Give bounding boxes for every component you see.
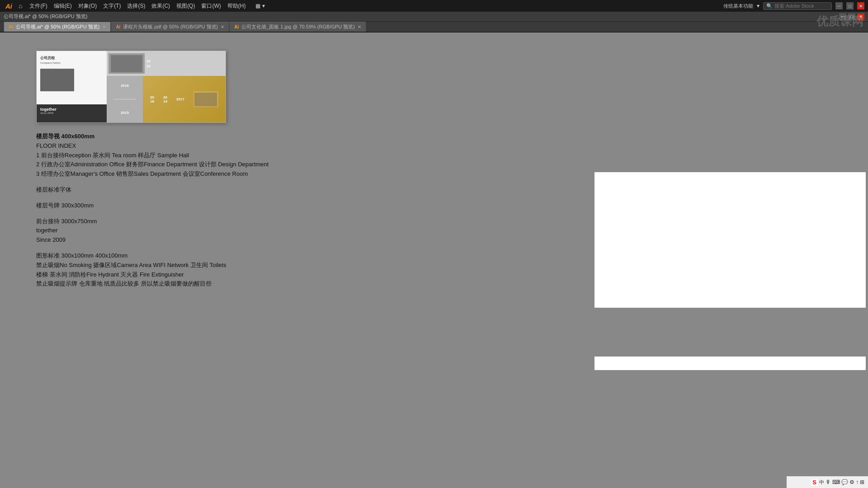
floor-2-text: 2 行政办公室Administration Office 财务部Finance …	[36, 160, 269, 169]
win-controls: ─ □ ✕	[839, 13, 864, 20]
title-bar-right: 传统基本功能 ▾ 🔍 ─ □ ✕	[723, 2, 864, 10]
art-year-2017: 2017	[176, 97, 184, 101]
tab-ai-icon-3: Ai	[234, 24, 239, 29]
doc-title-bar: 公司导视.ai* @ 50% (RGB/GPU 预览) ─ □ ✕	[0, 12, 868, 22]
home-icon[interactable]: ⌂	[19, 2, 22, 9]
artwork-inner: 公司历程 Company history together since 2008	[37, 51, 226, 122]
tab-close-1[interactable]: ✕	[102, 24, 106, 29]
search-icon: 🔍	[766, 3, 773, 9]
floor-font-text: 楼层标准字体	[36, 185, 269, 195]
graphic-note-text: 禁止吸烟提示牌 仓库重地 纸质品比较多 所以禁止吸烟要做的醒目些	[36, 279, 269, 289]
close-button[interactable]: ✕	[857, 2, 864, 9]
tab-label-1: 公司导视.ai* @ 50% (RGB/GPU 预览)	[16, 23, 99, 30]
stock-search-box: 🔍	[763, 2, 832, 10]
art-year-2018: 2018	[150, 95, 154, 103]
title-bar: Ai ⌂ 文件(F) 编辑(E) 对象(O) 文字(T) 选择(S) 效果(C)…	[0, 0, 868, 12]
art-company-name: 公司历程	[40, 56, 110, 61]
tab-culture-wall[interactable]: Ai 公司文化墙_面板 1.jpg @ 70.59% (RGB/GPU 预览) …	[229, 22, 366, 32]
taskbar-icon-more[interactable]: ⊞	[860, 479, 864, 485]
floor-index-title: 楼层导视 400x600mm	[36, 132, 269, 141]
menu-edit[interactable]: 编辑(E)	[51, 1, 75, 11]
doc-title-text: 公司导视.ai* @ 50% (RGB/GPU 预览)	[4, 13, 87, 20]
taskbar-icon-chat[interactable]: 💬	[841, 479, 848, 485]
art-year-2016: 2016	[121, 84, 129, 88]
art-year-2019: 2019	[163, 95, 167, 103]
menu-view[interactable]: 视图(Q)	[174, 1, 198, 11]
taskbar-icon-zh[interactable]: 中	[819, 479, 824, 486]
taskbar-icon-settings[interactable]: ⚙	[849, 479, 854, 485]
graphic-items2-text: 楼梯 茶水间 消防栓Fire Hydrant 灭火器 Fire Extingui…	[36, 270, 269, 280]
tab-ai-icon-2: Ai	[116, 24, 120, 29]
floor-index-section: 楼层导视 400x600mm FLOOR INDEX 1 前台接待Recepti…	[36, 132, 269, 179]
menu-file[interactable]: 文件(F)	[27, 1, 50, 11]
tab-ai-icon-1: Ai	[9, 24, 13, 29]
taskbar-icon-mic[interactable]: 🎙	[826, 479, 831, 485]
search-input[interactable]	[774, 3, 829, 9]
menu-grid[interactable]: ▦ ▾	[253, 2, 267, 10]
art-dark-bottom: together since 2008	[37, 104, 113, 122]
art-year-2020-2: 20	[146, 64, 151, 68]
art-since-text: since 2008	[40, 112, 110, 114]
floor-font-section: 楼层标准字体	[36, 185, 269, 195]
bottom-taskbar: S 中 🎙 ⌨ 💬 ⚙ ↑ ⊞	[787, 476, 868, 488]
art-year-2015: 2015	[121, 111, 129, 115]
document-canvas: 公司历程 Company history together since 2008	[36, 51, 226, 123]
tab-close-2[interactable]: ✕	[221, 24, 224, 29]
minimize-button[interactable]: ─	[835, 2, 843, 9]
menu-window[interactable]: 窗口(W)	[198, 1, 223, 11]
art-year-2020-1: 20	[146, 59, 151, 63]
maximize-button[interactable]: □	[846, 2, 854, 9]
doc-tabs: Ai 公司导视.ai* @ 50% (RGB/GPU 预览) ✕ Ai 课程片头…	[0, 22, 868, 33]
taskbar-icon-s[interactable]: S	[811, 479, 818, 486]
tab-company-guide[interactable]: Ai 公司导视.ai* @ 50% (RGB/GPU 预览) ✕	[4, 22, 111, 32]
reception-section: 前台接待 3000x750mm together Since 2009	[36, 217, 269, 245]
tab-label-2: 课程片头模板.pdf @ 50% (RGB/GPU 预览)	[123, 23, 218, 30]
menu-bar: 文件(F) 编辑(E) 对象(O) 文字(T) 选择(S) 效果(C) 视图(Q…	[27, 1, 248, 11]
graphic-items-text: 禁止吸烟No Smoking 摄像区域Camera Area WIFI Netw…	[36, 261, 269, 270]
floor-number-text: 楼层号牌 300x300mm	[36, 201, 269, 211]
doc-minimize-button[interactable]: ─	[839, 13, 846, 20]
main-area: 公司历程 Company history together since 2008	[0, 33, 868, 488]
art-gold-photo	[193, 91, 218, 107]
menu-select[interactable]: 选择(S)	[124, 1, 148, 11]
doc-close-button[interactable]: ✕	[857, 13, 864, 20]
floor-1-text: 1 前台接待Reception 茶水间 Tea room 样品厅 Sample …	[36, 151, 269, 160]
doc-restore-button[interactable]: □	[848, 13, 855, 20]
dropdown-icon[interactable]: ▾	[757, 3, 760, 9]
right-panel	[592, 33, 868, 488]
art-company-en: Company history	[40, 61, 110, 64]
reception-title-text: 前台接待 3000x750mm	[36, 217, 269, 226]
reception-since-text: Since 2009	[36, 235, 269, 245]
title-bar-left: Ai ⌂ 文件(F) 编辑(E) 对象(O) 文字(T) 选择(S) 效果(C)…	[4, 1, 268, 11]
floor-3-text: 3 经理办公室Manager's Office 销售部Sales Departm…	[36, 169, 269, 179]
menu-help[interactable]: 帮助(H)	[225, 1, 249, 11]
art-photo-1	[40, 69, 74, 91]
text-content: 楼层导视 400x600mm FLOOR INDEX 1 前台接待Recepti…	[36, 132, 269, 295]
art-together-text: together	[40, 107, 110, 112]
tab-close-3[interactable]: ✕	[358, 24, 361, 29]
taskbar-icon-upload[interactable]: ↑	[856, 479, 859, 485]
tab-course-header[interactable]: Ai 课程片头模板.pdf @ 50% (RGB/GPU 预览) ✕	[111, 22, 229, 32]
artwork-preview: 公司历程 Company history together since 2008	[36, 51, 226, 123]
taskbar-icon-keyboard[interactable]: ⌨	[832, 479, 840, 485]
floor-number-section: 楼层号牌 300x300mm	[36, 201, 269, 211]
tab-label-3: 公司文化墙_面板 1.jpg @ 70.59% (RGB/GPU 预览)	[241, 23, 355, 30]
graphic-section: 图形标准 300x100mm 400x100mm 禁止吸烟No Smoking …	[36, 251, 269, 289]
ai-logo: Ai	[4, 2, 14, 10]
reception-together-text: together	[36, 226, 269, 235]
right-white-box-1	[594, 172, 866, 308]
traditional-btn[interactable]: 传统基本功能	[723, 3, 753, 9]
graphic-title-text: 图形标准 300x100mm 400x100mm	[36, 251, 269, 261]
menu-effects[interactable]: 效果(C)	[149, 1, 173, 11]
floor-index-en: FLOOR INDEX	[36, 141, 269, 151]
menu-text[interactable]: 文字(T)	[100, 1, 123, 11]
right-white-box-2	[594, 357, 866, 370]
menu-object[interactable]: 对象(O)	[75, 1, 99, 11]
